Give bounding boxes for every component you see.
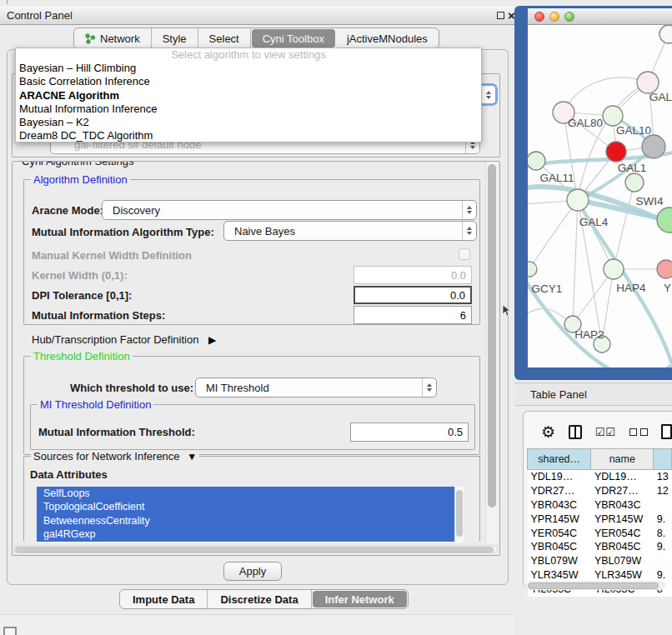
- bottom-tab-discretize-data-label: Discretize Data: [220, 593, 298, 606]
- mi-type-combo[interactable]: Naive Bayes: [223, 221, 477, 241]
- settings-group-title: Cyni Algorithm Settings: [19, 161, 136, 168]
- mi-steps-field[interactable]: 6: [354, 306, 472, 324]
- table-cell: [654, 554, 672, 568]
- network-node[interactable]: [659, 25, 672, 43]
- tab-network[interactable]: Network: [74, 28, 152, 48]
- control-panel-title: Control Panel: [7, 9, 73, 22]
- file-icon[interactable]: [661, 424, 672, 439]
- network-window-titlebar[interactable]: [528, 8, 672, 25]
- network-edge[interactable]: [576, 362, 672, 368]
- attribute-item-betweennesscentrality[interactable]: BetweennessCentrality: [37, 514, 464, 528]
- algorithm-option-bayesian-hill-climbing[interactable]: Bayesian – Hill Climbing: [16, 62, 481, 75]
- algorithm-option-aracne-algorithm[interactable]: ARACNE Algorithm: [16, 89, 481, 102]
- table-panel-toolbar: ⚙ ☑☑: [528, 419, 672, 444]
- manual-kernel-checkbox[interactable]: [459, 248, 470, 260]
- float-window-icon[interactable]: [497, 12, 504, 19]
- attribute-item-selfloops[interactable]: SelfLoops: [37, 487, 464, 500]
- mi-threshold-field[interactable]: 0.5: [350, 422, 469, 442]
- table-row[interactable]: YPR145WYPR145W9.: [528, 512, 672, 526]
- node-table[interactable]: shared…name YDL19…YDL19…13YDR27…YDR27…12…: [527, 448, 672, 597]
- sources-group-title[interactable]: Sources for Network Inference ▼: [31, 450, 199, 462]
- chevron-right-icon: ▶: [208, 334, 216, 346]
- split-columns-icon[interactable]: [569, 425, 582, 439]
- network-node[interactable]: [604, 259, 624, 279]
- table-row[interactable]: YBR043CYBR043C: [528, 498, 672, 512]
- dpi-tolerance-field[interactable]: 0.0: [354, 286, 472, 304]
- aracne-mode-combo[interactable]: Discovery: [102, 200, 477, 220]
- tab-style[interactable]: Style: [152, 28, 198, 48]
- network-graph: GALGAL80GAL10GAL1GAL11SWI4GAL4GCY1HAP4YH…: [528, 25, 672, 368]
- kernel-width-field[interactable]: 0.0: [354, 266, 472, 284]
- node-label-gal1: GAL1: [618, 162, 647, 174]
- network-edge[interactable]: [614, 182, 634, 269]
- apply-button[interactable]: Apply: [223, 562, 282, 581]
- network-view-canvas[interactable]: GALGAL80GAL10GAL1GAL11SWI4GAL4GCY1HAP4YH…: [528, 25, 672, 368]
- table-row[interactable]: YDR27…YDR27…12: [528, 483, 672, 498]
- settings-vscrollbar-thumb[interactable]: [488, 164, 496, 508]
- minimize-traffic-light-icon[interactable]: [549, 12, 559, 22]
- which-threshold-combo[interactable]: MI Threshold: [195, 378, 437, 398]
- column-header-shared-[interactable]: shared…: [528, 449, 591, 470]
- select-all-icon[interactable]: ☑☑: [595, 426, 616, 438]
- tab-cyni-toolbox[interactable]: Cyni Toolbox: [252, 29, 335, 48]
- algorithm-option-basic-correlation-inference[interactable]: Basic Correlation Inference: [16, 75, 481, 88]
- bottom-tab-impute-data-label: Impute Data: [133, 593, 194, 606]
- algorithm-dropdown-placeholder: Select algorithm to view settings: [16, 48, 481, 62]
- column-header-2[interactable]: [654, 449, 672, 470]
- bottom-tab-infer-network[interactable]: Infer Network: [313, 591, 407, 608]
- algorithm-option-dream8-dc-tdc-algorithm[interactable]: Dream8 DC_TDC Algorithm: [16, 129, 481, 142]
- network-node[interactable]: [528, 262, 537, 277]
- control-tabs: NetworkStyleSelectCyni ToolboxjActiveMNo…: [73, 28, 439, 49]
- algorithm-dropdown-items: Bayesian – Hill ClimbingBasic Correlatio…: [16, 62, 481, 143]
- table-cell: 13: [654, 470, 672, 484]
- table-row[interactable]: YBR045CYBR045C9.: [528, 540, 672, 554]
- network-node[interactable]: [625, 173, 644, 192]
- column-header-name[interactable]: name: [591, 449, 654, 470]
- minimized-panel-icon[interactable]: [3, 627, 17, 635]
- network-node[interactable]: [657, 208, 672, 232]
- deselect-all-icon[interactable]: [629, 428, 648, 436]
- node-label-gal4: GAL4: [579, 216, 609, 228]
- bottom-tab-impute-data[interactable]: Impute Data: [120, 590, 208, 608]
- algorithm-option-bayesian-k2[interactable]: Bayesian – K2: [16, 116, 481, 129]
- node-label-hap4: HAP4: [616, 282, 646, 294]
- mi-threshold-label: Mutual Information Threshold:: [38, 426, 195, 438]
- algorithm-dropdown-popup: Select algorithm to view settings Bayesi…: [15, 48, 482, 142]
- attribute-item-topologicalcoefficient[interactable]: TopologicalCoefficient: [37, 500, 464, 513]
- network-node[interactable]: [657, 260, 672, 278]
- network-node[interactable]: [528, 152, 545, 170]
- settings-hscrollbar[interactable]: [13, 545, 498, 553]
- network-node[interactable]: [603, 106, 623, 126]
- tab-select[interactable]: Select: [198, 28, 251, 48]
- network-node[interactable]: [606, 142, 626, 162]
- panel-edge-tick: [7, 0, 8, 4]
- bottom-tab-discretize-data[interactable]: Discretize Data: [208, 590, 311, 608]
- attributes-vscrollbar[interactable]: [454, 487, 464, 542]
- attributes-vscrollbar-thumb[interactable]: [456, 490, 463, 537]
- network-edge[interactable]: [529, 200, 578, 269]
- node-label-y: Y: [664, 282, 671, 294]
- table-row[interactable]: YER054CYER054C8.: [528, 526, 672, 540]
- data-attributes-list[interactable]: SelfLoopsTopologicalCoefficientBetweenne…: [37, 487, 464, 542]
- table-hscrollbar-thumb[interactable]: [528, 582, 659, 589]
- which-threshold-value: MI Threshold: [196, 382, 269, 394]
- zoom-traffic-light-icon[interactable]: [564, 12, 574, 22]
- network-edge[interactable]: [578, 200, 614, 269]
- hub-definition-toggle[interactable]: Hub/Transcription Factor Definition ▶: [32, 333, 216, 346]
- node-label-gcy1: GCY1: [532, 282, 563, 295]
- gear-icon[interactable]: ⚙: [541, 424, 555, 440]
- attribute-item-gal4rgexp[interactable]: gal4RGexp: [37, 528, 464, 541]
- algorithm-option-mutual-information-inference[interactable]: Mutual Information Inference: [16, 102, 481, 116]
- network-edge[interactable]: [573, 200, 578, 324]
- close-traffic-light-icon[interactable]: [534, 12, 544, 22]
- network-node[interactable]: [567, 189, 589, 211]
- tab-cyni-toolbox-label: Cyni Toolbox: [263, 32, 324, 45]
- table-row[interactable]: YDL19…YDL19…13: [528, 470, 672, 484]
- table-row[interactable]: YBL079WYBL079W: [528, 554, 672, 568]
- settings-vscrollbar[interactable]: [485, 162, 498, 543]
- table-cell: YDL19…: [528, 470, 591, 484]
- network-node[interactable]: [642, 135, 665, 158]
- tab-jactivemnodules[interactable]: jActiveMNodules: [336, 28, 439, 48]
- settings-hscrollbar-thumb[interactable]: [15, 547, 494, 552]
- network-edge[interactable]: [564, 78, 648, 112]
